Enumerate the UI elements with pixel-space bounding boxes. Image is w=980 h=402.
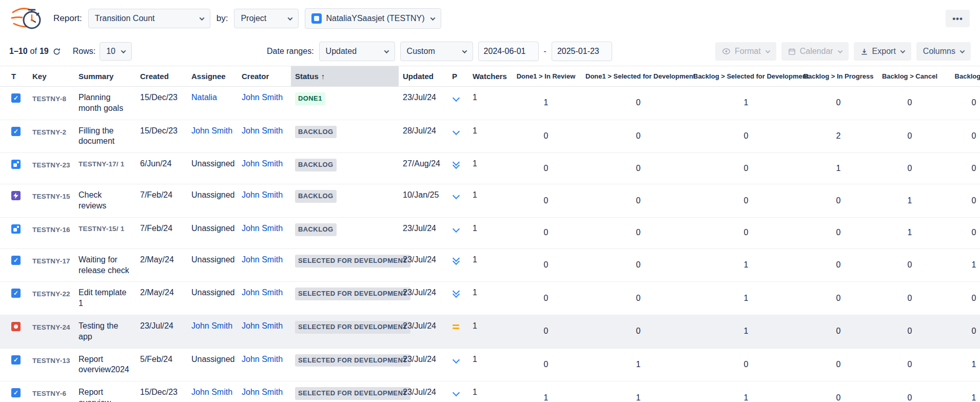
- creator-name[interactable]: John Smith: [242, 355, 283, 363]
- col-summary[interactable]: Summary: [74, 66, 136, 87]
- col-backlog-selected-for-development[interactable]: Backlog > Selected for Development: [692, 66, 800, 87]
- assignee-name[interactable]: Unassigned: [191, 159, 235, 168]
- metric-backlog-cut: 0: [943, 282, 980, 315]
- assignee-cell[interactable]: Unassigned: [187, 248, 238, 282]
- project-select[interactable]: NataliaYSaasjet (TESTNY): [305, 8, 441, 29]
- creator-cell[interactable]: John Smith: [238, 120, 291, 153]
- assignee-cell[interactable]: Natalia: [187, 87, 238, 120]
- creator-name[interactable]: John Smith: [242, 288, 283, 297]
- assignee-name[interactable]: Unassigned: [191, 190, 235, 199]
- creator-name[interactable]: John Smith: [242, 224, 283, 233]
- refresh-icon[interactable]: [53, 48, 61, 55]
- metric-done1-in-review: 0: [507, 248, 584, 282]
- status-badge: BACKLOG: [295, 126, 337, 139]
- updated-date: 23/Jul/24: [399, 87, 448, 120]
- format-button[interactable]: Format: [715, 42, 776, 61]
- col-status[interactable]: Status↑: [291, 66, 399, 87]
- assignee-cell[interactable]: John Smith: [187, 315, 238, 348]
- table-row[interactable]: TESTNY-15 Check reviews 7/Feb/24 Unassig…: [0, 184, 980, 218]
- col-updated[interactable]: Updated: [399, 66, 448, 87]
- creator-name[interactable]: John Smith: [242, 321, 283, 330]
- col-done1-in-review[interactable]: Done1 > In Review: [507, 66, 584, 87]
- assignee-name[interactable]: Unassigned: [191, 224, 235, 233]
- date-field-value: Updated: [326, 47, 357, 56]
- col-type[interactable]: T: [0, 66, 28, 87]
- creator-cell[interactable]: John Smith: [238, 315, 291, 348]
- col-priority[interactable]: P: [448, 66, 468, 87]
- col-creator[interactable]: Creator: [238, 66, 291, 87]
- priority-icon: [452, 225, 460, 234]
- table-row[interactable]: TESTNY-24 Testing the app 23/Jul/24 John…: [0, 315, 980, 348]
- metric-done1-in-review: 0: [507, 282, 584, 315]
- table-row[interactable]: TESTNY-2 Filling the document 15/Dec/23 …: [0, 120, 980, 153]
- priority-cell: [448, 315, 468, 348]
- export-label: Export: [872, 47, 896, 56]
- assignee-cell[interactable]: Unassigned: [187, 282, 238, 315]
- col-done1-selected-for-development[interactable]: Done1 > Selected for Development: [584, 66, 692, 87]
- assignee-cell[interactable]: Unassigned: [187, 217, 238, 248]
- date-field-select[interactable]: Updated: [319, 42, 395, 61]
- table-row[interactable]: TESTNY-22 Edit template 1 2/May/24 Unass…: [0, 282, 980, 315]
- assignee-name[interactable]: Unassigned: [191, 355, 235, 363]
- col-backlog-cancel[interactable]: Backlog > Cancel: [877, 66, 943, 87]
- metric-done1-in-review: 1: [507, 381, 584, 402]
- creator-cell[interactable]: John Smith: [238, 348, 291, 381]
- rows-per-page-select[interactable]: 10: [100, 42, 132, 61]
- date-mode-select[interactable]: Custom: [400, 42, 473, 61]
- chevron-down-icon: [765, 48, 770, 53]
- creator-name[interactable]: John Smith: [242, 93, 283, 102]
- creator-name[interactable]: John Smith: [242, 255, 283, 264]
- creator-cell[interactable]: John Smith: [238, 248, 291, 282]
- col-watchers[interactable]: Watchers: [468, 66, 507, 87]
- creator-name[interactable]: John Smith: [242, 190, 283, 199]
- metric-backlog-in-progress: 0: [800, 248, 877, 282]
- priority-cell: [448, 381, 468, 402]
- assignee-name[interactable]: John Smith: [191, 126, 232, 135]
- group-by-select[interactable]: Project: [234, 9, 299, 28]
- metric-done1-selected-for-development: 0: [584, 217, 692, 248]
- table-row[interactable]: TESTNY-16 TESTNY-15/ 1 7/Feb/24 Unassign…: [0, 217, 980, 248]
- date-from-input[interactable]: [478, 42, 539, 61]
- creator-cell[interactable]: John Smith: [238, 381, 291, 402]
- report-type-select[interactable]: Transition Count: [88, 9, 210, 28]
- assignee-cell[interactable]: John Smith: [187, 120, 238, 153]
- assignee-name[interactable]: Unassigned: [191, 288, 235, 297]
- creator-name[interactable]: John Smith: [242, 126, 283, 135]
- table-row[interactable]: TESTNY-6 Report overview 15/Dec/23 John …: [0, 381, 980, 402]
- export-button[interactable]: Export: [854, 42, 911, 61]
- assignee-cell[interactable]: Unassigned: [187, 184, 238, 218]
- summary-text: Report overview2024: [79, 355, 129, 374]
- col-backlog-in-progress[interactable]: Backlog > In Progress: [800, 66, 877, 87]
- issue-key: TESTNY-16: [28, 217, 74, 248]
- creator-name[interactable]: John Smith: [242, 159, 283, 168]
- table-row[interactable]: TESTNY-17 Waiting for release check 2/Ma…: [0, 248, 980, 282]
- assignee-cell[interactable]: Unassigned: [187, 348, 238, 381]
- assignee-name[interactable]: Natalia: [191, 93, 217, 102]
- creator-cell[interactable]: John Smith: [238, 87, 291, 120]
- assignee-name[interactable]: John Smith: [191, 388, 232, 396]
- creator-name[interactable]: John Smith: [242, 388, 283, 396]
- col-created[interactable]: Created: [136, 66, 187, 87]
- assignee-cell[interactable]: Unassigned: [187, 153, 238, 184]
- creator-cell[interactable]: John Smith: [238, 184, 291, 218]
- calendar-button[interactable]: Calendar: [781, 42, 849, 61]
- creator-cell[interactable]: John Smith: [238, 153, 291, 184]
- assignee-name[interactable]: John Smith: [191, 321, 232, 330]
- table-row[interactable]: TESTNY-8 Planning month goals 15/Dec/23 …: [0, 87, 980, 120]
- issue-summary: Testing the app: [74, 315, 136, 348]
- col-status-label: Status: [295, 72, 319, 81]
- assignee-cell[interactable]: John Smith: [187, 381, 238, 402]
- col-key[interactable]: Key: [28, 66, 74, 87]
- more-actions-button[interactable]: •••: [946, 10, 970, 27]
- columns-button[interactable]: Columns: [916, 42, 971, 61]
- assignee-name[interactable]: Unassigned: [191, 255, 235, 264]
- metric-backlog-in-progress: 0: [800, 87, 877, 120]
- col-assignee[interactable]: Assignee: [187, 66, 238, 87]
- date-to-input[interactable]: [552, 42, 612, 61]
- col-backlog-cut[interactable]: Backlog > C: [943, 66, 980, 87]
- creator-cell[interactable]: John Smith: [238, 217, 291, 248]
- table-row[interactable]: TESTNY-13 Report overview2024 5/Feb/24 U…: [0, 348, 980, 381]
- metric-backlog-in-progress: 0: [800, 315, 877, 348]
- table-row[interactable]: TESTNY-23 TESTNY-17/ 1 6/Jun/24 Unassign…: [0, 153, 980, 184]
- creator-cell[interactable]: John Smith: [238, 282, 291, 315]
